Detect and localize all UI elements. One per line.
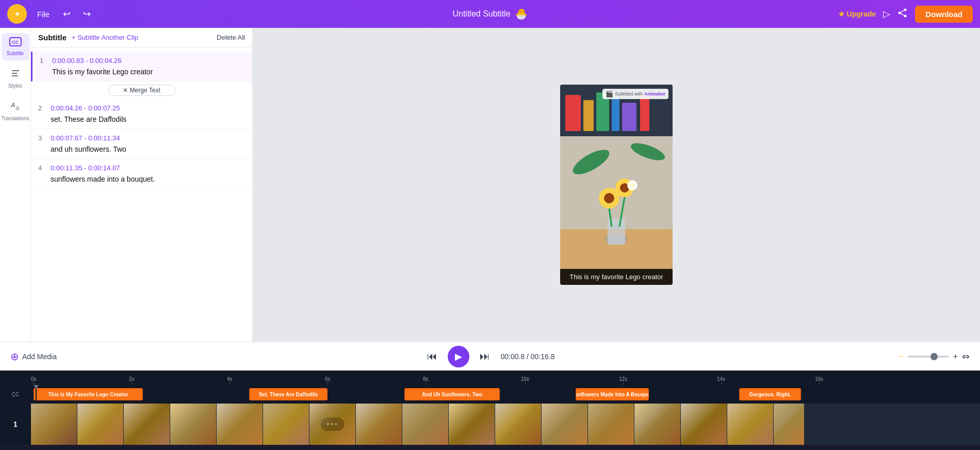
undo-button[interactable]: ↩	[60, 6, 74, 22]
video-thumbnail	[495, 404, 542, 445]
current-time: 00:00.8 / 00:16.8	[500, 352, 554, 361]
subtitle-list: 1 0:00:00.83 - 0:00:04.26 This is my fav…	[31, 47, 252, 342]
zoom-plus-icon: +	[953, 352, 958, 361]
video-thumbnail	[588, 404, 634, 445]
video-thumbnail	[449, 404, 495, 445]
ruler-mark: 12s	[619, 376, 627, 385]
video-thumbnails: •••	[31, 404, 980, 445]
subtitle-time: 0:00:11.35 - 0:00:14.07	[51, 164, 120, 172]
cc-icon: CC	[9, 37, 22, 49]
subtitle-track: CC This Is My Favorite Lego Creator Set.…	[0, 385, 980, 404]
subtitle-time: 0:00:07.67 - 0:00:11.34	[51, 134, 120, 142]
title-icon: 🐣	[515, 8, 528, 20]
add-media-button[interactable]: ⊕ Add Media	[10, 350, 57, 363]
sidebar-item-subtitle[interactable]: CC Subtitle	[2, 33, 29, 60]
ruler-mark: 14s	[717, 376, 725, 385]
ruler-mark: 0s	[31, 376, 37, 385]
sidebar-item-styles[interactable]: Styles	[2, 63, 29, 93]
subtitle-time: 0:00:04.26 - 0:00:07.25	[51, 104, 120, 112]
subtitle-item[interactable]: 1 0:00:00.83 - 0:00:04.26 This is my fav…	[31, 52, 252, 82]
delete-all-button[interactable]: Delete All	[217, 34, 245, 41]
bottom-controls: ⊕ Add Media ⏮ ▶ ⏭ 00:00.8 / 00:16.8 − + …	[0, 342, 980, 450]
video-thumbnail	[124, 404, 170, 445]
video-thumbnail	[217, 404, 263, 445]
video-caption: This is my favorite Lego creator	[560, 269, 673, 285]
upgrade-button[interactable]: ★ Upgrade	[838, 10, 876, 18]
svg-rect-19	[612, 98, 619, 131]
topbar: ✦ File ↩ ↪ Untitled Subtitle 🐣 ★ Upgrade…	[0, 0, 980, 28]
subtitle-clip[interactable]: Sunflowers Made Into A Bouquet.	[576, 388, 649, 400]
subtitle-text: and uh sunflowers. Two	[38, 145, 245, 153]
star-icon: ★	[838, 10, 845, 18]
svg-rect-24	[608, 219, 625, 245]
subtitle-item[interactable]: 4 0:00:11.35 - 0:00:14.07 sunflowers mad…	[31, 159, 252, 189]
subtitle-clip[interactable]: Set. These Are Daffodils	[249, 388, 328, 400]
track-label-subtitle: CC	[0, 385, 31, 404]
svg-rect-20	[622, 103, 636, 131]
subtitle-text: sunflowers made into a bouquet.	[38, 175, 245, 183]
subtitle-time: 0:00:00.83 - 0:00:04.26	[52, 57, 121, 65]
svg-text:CC: CC	[12, 40, 19, 45]
svg-point-2	[904, 8, 907, 11]
merge-text-button[interactable]: ✕ Merge Text	[108, 85, 175, 96]
svg-text:あ: あ	[15, 105, 20, 110]
video-watermark: 🎬 Subtitled with Animaker	[602, 89, 668, 99]
ruler-mark: 10s	[521, 376, 529, 385]
video-thumbnail	[727, 404, 774, 445]
video-thumbnail: •••	[309, 404, 356, 445]
redo-button[interactable]: ↪	[80, 6, 94, 22]
svg-line-6	[901, 13, 905, 15]
video-thumbnail	[356, 404, 402, 445]
video-thumbnail	[774, 404, 805, 445]
video-thumbnail	[634, 404, 681, 445]
svg-point-32	[630, 183, 634, 187]
svg-rect-21	[640, 95, 649, 131]
video-thumbnail	[402, 404, 449, 445]
share-icon-button[interactable]	[897, 8, 908, 21]
svg-rect-16	[565, 95, 581, 131]
play-button[interactable]: ▶	[448, 346, 469, 367]
subtitle-panel-header: Subtitle + Subtitle Another Clip Delete …	[31, 28, 252, 47]
top-right-actions: ★ Upgrade ▷ Download	[838, 6, 973, 23]
video-thumbnail	[31, 404, 77, 445]
playback-bar: ⊕ Add Media ⏮ ▶ ⏭ 00:00.8 / 00:16.8 − + …	[0, 342, 980, 371]
svg-text:A: A	[10, 102, 15, 109]
document-title: Untitled Subtitle 🐣	[452, 8, 527, 20]
sidebar-label-translations: Translations	[1, 116, 29, 121]
skip-back-button[interactable]: ⏮	[425, 348, 439, 364]
preview-icon-button[interactable]: ▷	[883, 8, 890, 20]
expand-button[interactable]: ⇔	[962, 351, 970, 362]
file-menu-button[interactable]: File	[33, 8, 54, 21]
ruler-mark: 8s	[423, 376, 429, 385]
watermark-text: Subtitled with	[615, 91, 643, 97]
sidebar-item-translations[interactable]: A あ Translations	[2, 96, 29, 125]
translations-icon: A あ	[10, 100, 21, 114]
sidebar-label-subtitle: Subtitle	[7, 51, 24, 56]
zoom-slider[interactable]	[908, 356, 949, 358]
subtitle-clip[interactable]: This Is My Favorite Lego Creator	[34, 388, 143, 400]
svg-point-26	[604, 193, 614, 203]
zoom-slider-thumb	[930, 353, 938, 360]
plus-icon: ⊕	[10, 350, 19, 363]
subtitle-text: set. These are Daffodils	[38, 115, 245, 123]
styles-icon	[10, 68, 21, 82]
sidebar-icons: CC Subtitle Styles A あ Transl	[0, 28, 31, 342]
skip-forward-button[interactable]: ⏭	[478, 348, 492, 364]
video-thumbnail	[681, 404, 727, 445]
ruler-mark: 6s	[325, 376, 331, 385]
zoom-minus-icon: −	[899, 352, 903, 361]
playhead	[36, 385, 37, 404]
subtitle-clip[interactable]: Gorgeous. Right.	[739, 388, 801, 400]
watermark-brand: Animaker	[644, 91, 665, 97]
subtitle-item[interactable]: 3 0:00:07.67 - 0:00:11.34 and uh sunflow…	[31, 129, 252, 159]
main-area: CC Subtitle Styles A あ Transl	[0, 28, 980, 342]
video-thumbnail	[170, 404, 217, 445]
subtitle-item[interactable]: 2 0:00:04.26 - 0:00:07.25 set. These are…	[31, 99, 252, 129]
preview-area: 🎬 Subtitled with Animaker This is my fav…	[253, 28, 980, 342]
subtitle-panel-title: Subtitle	[38, 33, 67, 42]
svg-line-5	[901, 10, 905, 12]
subtitle-clip[interactable]: And Uh Sunflowers. Two	[404, 388, 500, 400]
add-clip-button[interactable]: + Subtitle Another Clip	[72, 34, 138, 41]
subtitle-text: This is my favorite Lego creator	[40, 68, 245, 76]
download-button[interactable]: Download	[915, 6, 973, 23]
